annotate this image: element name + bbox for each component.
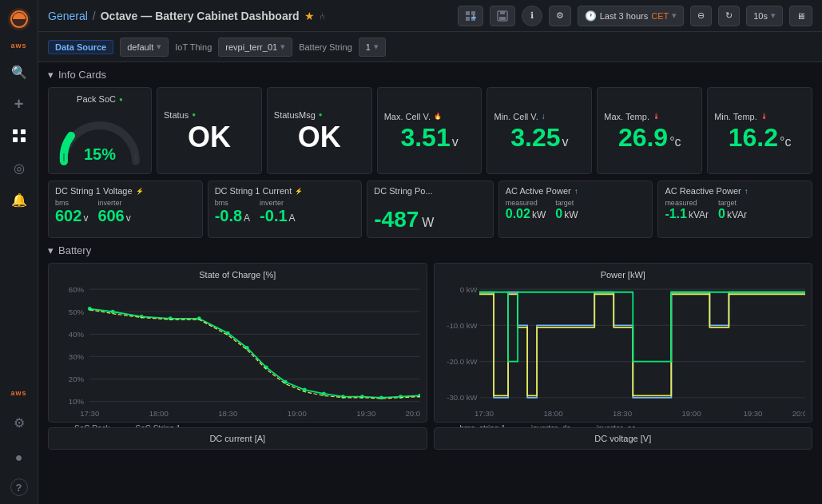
dashboard: ▾ Info Cards Pack SoC ● [38, 62, 822, 504]
breadcrumb-home[interactable]: General [48, 10, 88, 22]
datasource-label: Data Source [48, 40, 113, 54]
dc-v-bms-label: bms [55, 199, 88, 207]
status-dot: ● [192, 111, 196, 118]
main-content: General / Octave — Battery Cabinet Dashb… [38, 0, 822, 504]
svg-text:19:30: 19:30 [743, 409, 763, 418]
monitor-button[interactable]: 🖥 [789, 6, 812, 26]
datasource-selector[interactable]: default ▾ [120, 38, 169, 57]
refresh-button[interactable]: ↻ [718, 6, 740, 26]
zoom-out-button[interactable]: ⊖ [690, 6, 712, 26]
dc-a-dot: ⚡ [295, 188, 303, 195]
gear-icon[interactable]: ⚙ [5, 408, 34, 437]
min-cell-v-dot: ↓ [542, 112, 546, 121]
chart-label-row: DC current [A] DC voltage [V] [48, 427, 812, 450]
ac-reactive-dot: ↑ [745, 187, 749, 196]
app-logo[interactable] [6, 6, 32, 32]
dc-a-bms-value: -0.8 [215, 207, 242, 225]
info-button[interactable]: ℹ [522, 6, 542, 26]
svg-text:17:30: 17:30 [475, 409, 494, 418]
timezone-label: CET [651, 11, 669, 21]
ac-active-target-value: 0 [555, 207, 562, 221]
statusmsg-dot: ● [319, 111, 323, 118]
min-temp-value: 16.2 [729, 125, 778, 150]
pack-soc-card: Pack SoC ● 15% [48, 87, 152, 174]
dc-v-inverter-label: inverter [97, 199, 130, 207]
bell-icon[interactable]: 🔔 [5, 185, 34, 214]
dc-v-bms: bms 602 v [55, 199, 88, 225]
battery-string-value: 1 [366, 42, 371, 52]
aws-bottom-label: aws [10, 389, 26, 397]
dc-string1-voltage-values: bms 602 v inverter 606 v [55, 199, 196, 225]
battery-section-header[interactable]: ▾ Battery [48, 244, 812, 256]
ac-reactive-target: target 0 kVAr [718, 199, 747, 221]
iot-thing-value: revpi_terr_01 [225, 42, 277, 52]
ac-reactive-power-card: AC Reactive Power ↑ measured -1.1 kVAr t… [657, 181, 812, 238]
section-arrow: ▾ [48, 69, 54, 81]
svg-text:-20.0 kW: -20.0 kW [447, 357, 478, 366]
plus-icon[interactable]: + [5, 89, 34, 118]
ac-active-target-label: target [555, 199, 578, 207]
soc-gauge: 15% [56, 107, 144, 167]
min-cell-v-title: Min. Cell V. ↓ [494, 112, 585, 121]
dc-a-inverter-value: -0.1 [260, 207, 287, 225]
battery-string-label: Battery String [299, 42, 352, 52]
ac-reactive-measured-unit: kVAr [689, 209, 709, 220]
max-temp-unit: °c [669, 135, 681, 149]
svg-text:20:00: 20:00 [405, 409, 419, 418]
add-panel-button[interactable] [458, 6, 483, 26]
soc-value: 15% [84, 145, 116, 164]
compass-icon[interactable]: ◎ [5, 153, 34, 182]
svg-rect-13 [500, 11, 505, 14]
share-icon[interactable]: ⑃ [320, 10, 325, 22]
sidebar: aws 🔍 + ◎ 🔔 aws ⚙ ● ? [0, 0, 38, 504]
svg-rect-5 [21, 137, 26, 142]
min-temp-unit: °c [780, 135, 791, 149]
svg-text:10%: 10% [69, 397, 85, 406]
max-temp-card: Max. Temp. 🌡 26.9 °c [597, 87, 702, 174]
max-temp-value: 26.9 [618, 125, 668, 150]
ac-active-target: target 0 kW [555, 199, 578, 221]
topbar-right: ℹ ⚙ 🕐 Last 3 hours CET ▾ ⊖ ↻ 10s ▾ 🖥 [458, 6, 812, 26]
dc-a-inverter: inverter -0.1 A [260, 199, 295, 225]
ac-reactive-measured-label: measured [665, 199, 709, 207]
dc-string1-current-card: DC String 1 Current ⚡ bms -0.8 A inverte… [208, 181, 363, 238]
topbar: General / Octave — Battery Cabinet Dashb… [38, 0, 822, 32]
help-icon[interactable]: ? [10, 478, 28, 496]
time-range-label: Last 3 hours [600, 11, 649, 21]
settings-button[interactable]: ⚙ [549, 6, 571, 26]
breadcrumb-sep: / [93, 10, 96, 22]
svg-rect-4 [13, 137, 18, 142]
refresh-rate-selector[interactable]: 10s ▾ [746, 6, 783, 26]
svg-text:0 kW: 0 kW [459, 285, 478, 294]
info-cards-section-header[interactable]: ▾ Info Cards [48, 69, 812, 81]
ac-reactive-power-title: AC Reactive Power ↑ [665, 186, 805, 196]
dc-string-power-title: DC String Po... [374, 186, 486, 196]
iot-thing-label: IoT Thing [175, 42, 212, 52]
battery-section-label: Battery [58, 244, 91, 256]
svg-text:30%: 30% [69, 352, 85, 361]
max-cell-v-unit: v [452, 135, 459, 149]
moon-icon[interactable]: ● [5, 443, 34, 472]
svg-rect-14 [499, 17, 506, 20]
ac-active-measured-unit: kW [532, 209, 546, 220]
svg-rect-7 [471, 11, 475, 15]
save-button[interactable] [490, 6, 515, 26]
info-cards-row1: Pack SoC ● 15% [48, 87, 812, 174]
battery-string-selector[interactable]: 1 ▾ [359, 38, 386, 57]
svg-text:19:30: 19:30 [356, 409, 376, 418]
ac-active-power-card: AC Active Power ↑ measured 0.02 kW targe… [498, 181, 653, 238]
time-range-selector[interactable]: 🕐 Last 3 hours CET ▾ [578, 6, 685, 26]
info-cards-row2: DC String 1 Voltage ⚡ bms 602 v inverter [48, 181, 812, 238]
svg-text:18:30: 18:30 [613, 409, 633, 418]
grid-icon[interactable] [5, 121, 34, 150]
refresh-rate-label: 10s [753, 11, 768, 21]
ac-reactive-measured-value: -1.1 [665, 207, 687, 221]
status-card-title: Status ● [164, 110, 255, 120]
iot-thing-selector[interactable]: revpi_terr_01 ▾ [218, 38, 292, 57]
min-temp-title: Min. Temp. 🌡 [714, 112, 805, 121]
aws-label: aws [10, 42, 26, 50]
svg-text:17:30: 17:30 [80, 409, 100, 418]
star-icon[interactable]: ★ [304, 10, 315, 22]
search-icon[interactable]: 🔍 [5, 58, 34, 86]
chevron-down-icon: ▾ [771, 10, 776, 21]
